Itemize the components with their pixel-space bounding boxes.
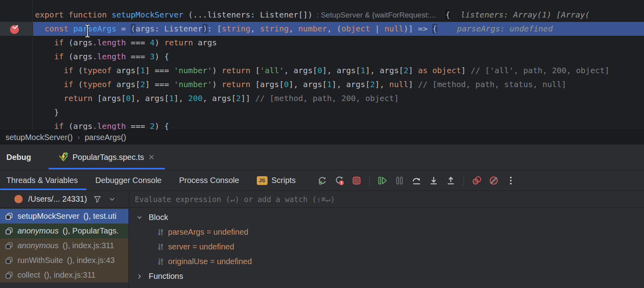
code-line[interactable]: if (args.length === 3) { xyxy=(35,50,609,64)
primitive-variable-icon: 1001 xyxy=(158,259,163,265)
variable-text: originalUse = undefined xyxy=(168,257,252,266)
chevron-right-icon xyxy=(135,272,144,281)
more-options-icon[interactable] xyxy=(506,175,516,186)
tab-label: PopularTags.spec.ts xyxy=(72,153,144,162)
frame-location: (), index.js:43 xyxy=(67,256,115,265)
evaluate-expression-input[interactable]: Evaluate expression (↵) or add a watch (… xyxy=(129,191,644,207)
tab-scripts[interactable]: JS Scripts xyxy=(248,170,305,191)
code-line[interactable]: export function setupMockServer (...list… xyxy=(35,8,609,22)
breadcrumb: setupMockServer() › parseArgs() xyxy=(0,130,644,144)
stack-frame[interactable]: anonymous(), index.js:311 xyxy=(0,238,128,253)
stack-frame-icon xyxy=(5,256,14,265)
code-line[interactable]: const parseArgs = (args: Listener): [str… xyxy=(35,22,609,36)
tab-threads-variables[interactable]: Threads & Variables xyxy=(0,170,87,191)
stop-icon[interactable] xyxy=(351,175,362,186)
variables-node-functions[interactable]: Functions xyxy=(129,269,644,284)
tab-debugger-console[interactable]: Debugger Console xyxy=(87,170,171,191)
frame-location: (), index.js:311 xyxy=(44,270,96,280)
variable-text: parseArgs = undefined xyxy=(168,228,248,237)
vitest-icon xyxy=(58,152,69,163)
stack-frame-icon xyxy=(5,227,14,235)
code-editor[interactable]: export function setupMockServer (...list… xyxy=(0,0,644,130)
stack-frame[interactable]: setupMockServer(), test.uti xyxy=(0,209,128,224)
rerun-icon[interactable] xyxy=(317,175,328,186)
chevron-down-icon xyxy=(135,213,144,222)
editor-gutter xyxy=(0,0,33,130)
primitive-variable-icon: 1001 xyxy=(158,244,163,250)
tool-window-title: Debug xyxy=(0,153,37,162)
variable-row[interactable]: 1001originalUse = undefined xyxy=(129,254,644,269)
frame-function: setupMockServer xyxy=(17,212,80,221)
variable-text: server = undefined xyxy=(168,242,234,251)
code-line[interactable]: if (args.length === 4) return args xyxy=(35,36,609,50)
stack-frame-icon xyxy=(5,212,14,221)
chevron-down-icon[interactable] xyxy=(108,195,116,204)
frames-list: setupMockServer(), test.utianonymous(), … xyxy=(0,208,129,288)
ide-window: export function setupMockServer (...list… xyxy=(0,0,644,288)
scope-label: Block xyxy=(149,213,168,222)
resume-icon[interactable] xyxy=(377,175,388,186)
step-out-icon[interactable] xyxy=(446,175,456,186)
code-lines: export function setupMockServer (...list… xyxy=(35,8,609,130)
stack-frame[interactable]: anonymous(), PopularTags. xyxy=(0,224,128,238)
variable-row[interactable]: 1001server = undefined xyxy=(129,239,644,254)
close-icon[interactable] xyxy=(147,153,155,161)
view-breakpoints-icon[interactable] xyxy=(471,175,482,186)
toolbar-separator xyxy=(464,175,464,186)
frame-function: anonymous xyxy=(17,241,58,250)
step-into-icon[interactable] xyxy=(429,175,439,186)
active-tab-indicator xyxy=(0,189,87,190)
rerun-failed-tests-icon[interactable] xyxy=(334,175,345,186)
stack-frame-icon xyxy=(5,271,14,280)
frame-function: collect xyxy=(17,270,40,280)
breadcrumb-item-function[interactable]: parseArgs() xyxy=(85,133,126,142)
step-over-icon[interactable] xyxy=(411,175,422,186)
code-line[interactable]: if (typeof args[2] === 'number') return … xyxy=(35,78,609,91)
frame-function: anonymous xyxy=(17,226,58,235)
debug-tool-window-header: Debug PopularTags.spec.ts xyxy=(0,144,644,170)
frame-function: runWithSuite xyxy=(17,256,63,265)
toolbar-separator xyxy=(369,175,370,186)
breadcrumb-item-function[interactable]: setupMockServer() xyxy=(6,133,73,142)
scope-label: Functions xyxy=(149,272,183,281)
code-line[interactable]: if (args.length === 2) { xyxy=(35,119,609,130)
code-line[interactable]: if (typeof args[1] === 'number') return … xyxy=(35,64,609,78)
active-tab-indicator xyxy=(48,168,165,169)
breakpoint-icon[interactable] xyxy=(9,23,20,35)
thread-status-icon xyxy=(14,195,23,203)
variables-node-block[interactable]: Block xyxy=(129,210,644,225)
thread-bar: /Users/... 24331) Evaluate expression (↵… xyxy=(0,191,644,207)
breadcrumb-separator-icon: › xyxy=(78,133,80,142)
javascript-icon: JS xyxy=(257,176,268,185)
pause-icon[interactable] xyxy=(394,175,405,186)
debugger-toolbar: Threads & Variables Debugger Console Pro… xyxy=(0,170,644,191)
stack-frame[interactable]: collect(), index.js:311 xyxy=(0,268,128,282)
threads-variables-panel: setupMockServer(), test.utianonymous(), … xyxy=(0,207,644,288)
stack-frame[interactable]: runWithSuite(), index.js:43 xyxy=(0,253,128,268)
stack-frame-icon xyxy=(5,241,14,250)
filter-icon[interactable] xyxy=(93,195,102,204)
code-line[interactable]: } xyxy=(35,105,609,119)
evaluate-placeholder: Evaluate expression (↵) or add a watch (… xyxy=(135,195,335,204)
variable-row[interactable]: 1001parseArgs = undefined xyxy=(129,225,644,239)
mute-breakpoints-icon[interactable] xyxy=(489,175,499,186)
thread-label: /Users/... 24331) xyxy=(28,195,87,204)
tab-populartags-spec[interactable]: PopularTags.spec.ts xyxy=(48,144,165,170)
primitive-variable-icon: 1001 xyxy=(158,229,163,235)
frame-location: (), PopularTags. xyxy=(62,226,118,235)
thread-selector[interactable]: /Users/... 24331) xyxy=(0,191,129,207)
code-line[interactable]: return [args[0], args[1], 200, args[2]] … xyxy=(35,91,609,105)
variables-panel: Block 1001parseArgs = undefined1001serve… xyxy=(129,208,644,288)
text-cursor-pointer xyxy=(83,24,91,38)
tab-process-console[interactable]: Process Console xyxy=(171,170,248,191)
frame-location: (), test.uti xyxy=(83,212,116,221)
frame-location: (), index.js:311 xyxy=(62,241,114,250)
